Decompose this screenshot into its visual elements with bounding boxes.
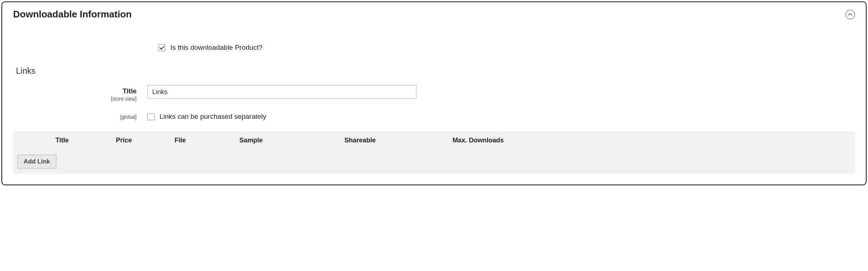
th-price: Price [93, 137, 155, 144]
links-separate-checkbox[interactable] [148, 113, 154, 120]
links-separate-label-col: [global] [13, 113, 148, 120]
links-title-control [148, 85, 855, 99]
th-file: File [155, 137, 206, 144]
links-separate-row: [global] Links can be purchased separate… [13, 113, 855, 121]
links-title-input[interactable] [148, 85, 416, 99]
is-downloadable-checkbox[interactable] [158, 44, 165, 51]
panel-body: Is this downloadable Product? Links Titl… [2, 24, 866, 185]
links-section-heading: Links [16, 66, 855, 76]
links-title-scope: [store view] [13, 96, 137, 102]
panel-header: Downloadable Information [2, 2, 866, 24]
is-downloadable-label: Is this downloadable Product? [170, 44, 263, 52]
chevron-up-icon [848, 13, 852, 16]
links-title-label-col: Title [store view] [13, 85, 148, 102]
is-downloadable-row: Is this downloadable Product? [158, 44, 855, 52]
th-spacer [13, 137, 31, 144]
th-sample: Sample [206, 137, 296, 144]
links-table-footer: Add Link [13, 149, 855, 174]
links-separate-control: Links can be purchased separately [148, 113, 855, 121]
links-table-header: Title Price File Sample Shareable Max. D… [13, 132, 855, 149]
downloadable-information-panel: Downloadable Information Is this downloa… [1, 1, 867, 185]
th-title: Title [31, 137, 93, 144]
links-separate-label: Links can be purchased separately [160, 113, 266, 121]
panel-title: Downloadable Information [13, 9, 132, 20]
links-title-label: Title [122, 87, 137, 95]
links-separate-scope: [global] [13, 114, 137, 120]
collapse-icon[interactable] [845, 10, 855, 19]
th-shareable: Shareable [296, 137, 424, 144]
th-max-downloads: Max. Downloads [424, 137, 533, 144]
add-link-button[interactable]: Add Link [17, 155, 56, 169]
links-title-row: Title [store view] [13, 85, 855, 102]
links-table: Title Price File Sample Shareable Max. D… [13, 132, 855, 174]
